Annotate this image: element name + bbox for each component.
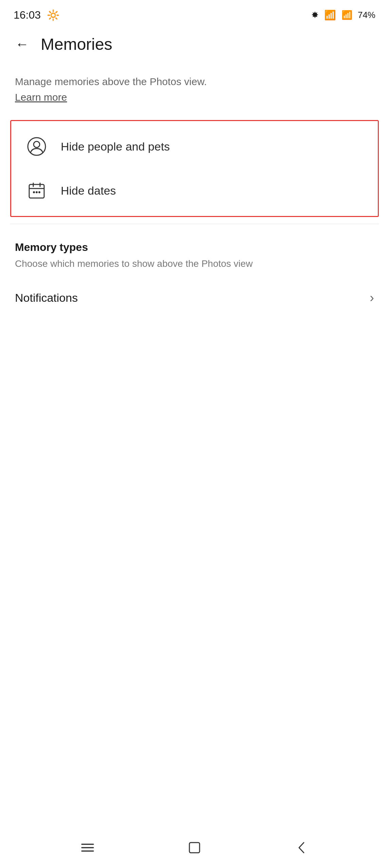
status-bar: 16:03 🔆 ✸ 📶 📶 74% (0, 0, 389, 27)
nav-menu-button[interactable] (76, 836, 99, 860)
back-arrow-icon: ← (15, 37, 29, 52)
svg-point-7 (36, 191, 38, 193)
highlighted-menu-box: Hide people and pets Hide dates (10, 120, 379, 217)
svg-point-8 (38, 191, 40, 193)
status-icons: ✸ 📶 📶 74% (311, 9, 375, 21)
hide-people-pets-label: Hide people and pets (61, 140, 170, 153)
notifications-label: Notifications (15, 291, 78, 304)
hide-dates-item[interactable]: Hide dates (11, 169, 378, 213)
back-button[interactable]: ← (10, 32, 34, 56)
svg-rect-12 (189, 843, 200, 853)
learn-more-link[interactable]: Learn more (15, 92, 67, 103)
description-text: Manage memories above the Photos view. (15, 75, 374, 89)
page-title: Memories (41, 35, 112, 54)
whatsapp-icon: 🔆 (47, 9, 59, 21)
svg-point-6 (33, 191, 35, 193)
calendar-icon (25, 179, 49, 202)
bluetooth-icon: ✸ (311, 10, 319, 20)
hide-dates-label: Hide dates (61, 184, 116, 197)
hide-people-pets-item[interactable]: Hide people and pets (11, 124, 378, 169)
signal-icon: 📶 (341, 10, 352, 20)
nav-home-button[interactable] (183, 836, 206, 860)
section-divider (10, 224, 379, 224)
battery-level: 74% (358, 10, 375, 20)
svg-point-1 (34, 141, 40, 147)
memory-types-subtitle: Choose which memories to show above the … (15, 257, 374, 270)
notifications-row[interactable]: Notifications › (0, 280, 389, 315)
description-section: Manage memories above the Photos view. L… (0, 61, 389, 113)
chevron-right-icon: › (370, 291, 374, 305)
person-icon (25, 135, 49, 158)
status-time: 16:03 (14, 9, 41, 21)
memory-types-title: Memory types (15, 241, 374, 254)
memory-types-section: Memory types Choose which memories to sh… (0, 231, 389, 280)
bottom-nav (0, 827, 389, 868)
top-nav: ← Memories (0, 27, 389, 61)
nav-back-button[interactable] (290, 836, 313, 860)
wifi-icon: 📶 (324, 9, 336, 21)
